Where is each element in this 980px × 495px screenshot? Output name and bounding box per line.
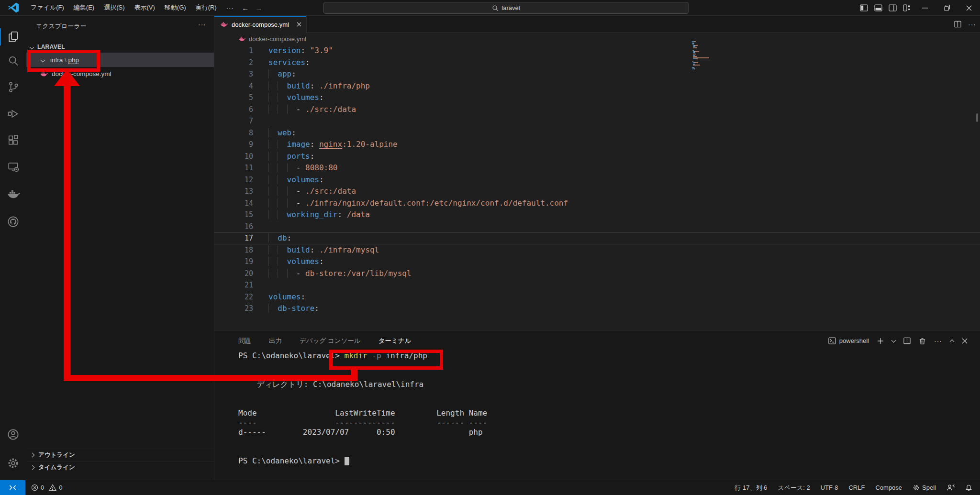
code-line-15[interactable]: 15 working_dir: /data — [214, 209, 980, 221]
menu-item-5[interactable]: 実行(R) — [191, 0, 222, 15]
code-line-2[interactable]: 2services: — [214, 57, 980, 69]
panel-tab-2[interactable]: デバッグ コンソール — [300, 337, 361, 345]
menu-item-0[interactable]: ファイル(F) — [26, 0, 69, 15]
person-feedback-icon — [947, 484, 955, 491]
docker-icon[interactable] — [0, 183, 26, 206]
code-line-20[interactable]: 20 - db-store:/var/lib/mysql — [214, 268, 980, 280]
code-line-21[interactable]: 21 — [214, 279, 980, 291]
nav-forward-button[interactable]: → — [252, 4, 266, 12]
status-bar: 0 0 行 17、列 6 スペース: 2 UTF-8 CRLF Compose … — [0, 480, 980, 495]
folder-name-prefix: infra — [50, 56, 63, 64]
breadcrumb[interactable]: docker-compose.yml — [214, 33, 980, 45]
menu-overflow-button[interactable]: ··· — [222, 4, 239, 11]
notifications-bell-icon[interactable] — [965, 484, 972, 492]
explorer-icon[interactable] — [0, 25, 26, 48]
spell-checker-item[interactable]: Spell — [913, 484, 936, 491]
problems-status-item[interactable]: 0 0 — [31, 484, 62, 491]
code-line-7[interactable]: 7 — [214, 115, 980, 127]
sidebar-section-1[interactable]: タイムライン — [26, 461, 214, 473]
encoding-item[interactable]: UTF-8 — [821, 484, 838, 491]
cursor-position-item[interactable]: 行 17、列 6 — [735, 484, 767, 492]
activity-bar — [0, 16, 26, 480]
window-close-button[interactable] — [958, 0, 980, 16]
code-line-10[interactable]: 10 ports: — [214, 151, 980, 163]
indentation-item[interactable]: スペース: 2 — [778, 484, 810, 492]
chevron-down-icon — [41, 57, 45, 62]
folder-name-sep: \ — [63, 56, 68, 64]
feedback-item[interactable] — [947, 484, 955, 491]
code-line-12[interactable]: 12 volumes: — [214, 174, 980, 186]
extensions-icon[interactable] — [0, 129, 26, 152]
menu-item-2[interactable]: 選択(S) — [99, 0, 129, 15]
code-line-23[interactable]: 23 db-store: — [214, 303, 980, 315]
tab-docker-compose[interactable]: docker-compose.yml — [214, 16, 307, 33]
code-line-16[interactable]: 16 — [214, 221, 980, 233]
split-terminal-icon[interactable] — [903, 337, 911, 344]
settings-gear-icon[interactable] — [0, 451, 26, 474]
menu-item-3[interactable]: 表示(V) — [130, 0, 160, 15]
github-icon[interactable] — [0, 210, 26, 233]
toggle-primary-sidebar-button[interactable] — [857, 0, 871, 16]
explorer-sidebar: エクスプローラー ··· LARAVEL infra \ php docker-… — [26, 16, 214, 480]
code-line-8[interactable]: 8 web: — [214, 127, 980, 139]
workspace-section-header[interactable]: LARAVEL — [26, 41, 214, 53]
code-line-22[interactable]: 22volumes: — [214, 291, 980, 303]
code-line-18[interactable]: 18 build: ./infra/mysql — [214, 244, 980, 256]
code-line-6[interactable]: 6 - ./src:/data — [214, 104, 980, 116]
code-line-1[interactable]: 1version: "3.9" — [214, 45, 980, 57]
menu-item-1[interactable]: 編集(E) — [69, 0, 99, 15]
code-line-19[interactable]: 19 volumes: — [214, 256, 980, 268]
menu-item-4[interactable]: 移動(G) — [160, 0, 191, 15]
code-line-14[interactable]: 14 - ./infra/nginx/default.conf:/etc/ngi… — [214, 198, 980, 209]
tab-close-icon[interactable] — [297, 22, 301, 27]
accounts-icon[interactable] — [0, 423, 26, 446]
code-line-4[interactable]: 4 build: ./infra/php — [214, 80, 980, 92]
toggle-panel-button[interactable] — [871, 0, 885, 16]
language-mode-item[interactable]: Compose — [875, 484, 902, 491]
toggle-secondary-sidebar-button[interactable] — [885, 0, 900, 16]
command-center-search[interactable]: laravel — [323, 2, 689, 14]
overview-ruler-mark — [976, 113, 978, 122]
window-restore-button[interactable] — [936, 0, 958, 16]
editor-more-actions-icon[interactable]: ··· — [968, 21, 976, 28]
search-view-icon[interactable] — [0, 50, 26, 73]
warnings-count: 0 — [59, 484, 62, 491]
terminal-cursor — [345, 457, 349, 465]
panel-tab-0[interactable]: 問題 — [238, 337, 251, 345]
panel-tab-1[interactable]: 出力 — [269, 337, 282, 345]
remote-explorer-icon[interactable] — [0, 155, 26, 178]
split-editor-icon[interactable] — [954, 21, 961, 28]
code-line-9[interactable]: 9 image: nginx:1.20-alpine — [214, 139, 980, 151]
minimap[interactable] — [692, 41, 734, 70]
terminal-instance-item[interactable]: powershell — [828, 337, 869, 344]
panel-more-actions-icon[interactable]: ··· — [934, 337, 942, 345]
panel-tab-3[interactable]: ターミナル — [379, 337, 412, 345]
terminal-dropdown-chevron-icon[interactable] — [891, 338, 896, 342]
code-line-17[interactable]: 17 db: — [214, 232, 980, 244]
maximize-panel-chevron-icon[interactable] — [950, 340, 955, 344]
tab-label: docker-compose.yml — [232, 21, 289, 28]
nav-back-button[interactable]: ← — [239, 4, 252, 12]
code-line-5[interactable]: 5 volumes: — [214, 92, 980, 104]
chevron-right-icon — [30, 465, 35, 470]
explorer-more-actions-icon[interactable]: ··· — [198, 21, 206, 28]
source-control-icon[interactable] — [0, 76, 26, 99]
code-line-13[interactable]: 13 - ./src:/data — [214, 186, 980, 198]
errors-count: 0 — [41, 484, 44, 491]
kill-terminal-trash-icon[interactable] — [919, 337, 926, 345]
new-terminal-icon[interactable] — [877, 338, 884, 344]
sidebar-section-0[interactable]: アウトライン — [26, 449, 214, 461]
code-line-3[interactable]: 3 app: — [214, 68, 980, 80]
tree-item-infra-php[interactable]: infra \ php — [26, 53, 214, 67]
code-area[interactable]: 1version: "3.9"2services:3 app:4 build: … — [214, 45, 980, 315]
terminal-output[interactable]: PS C:\odaneko\laravel> mkdir -p infra/ph… — [238, 351, 487, 466]
docker-file-icon — [40, 70, 48, 78]
close-panel-icon[interactable] — [962, 338, 968, 344]
customize-layout-button[interactable] — [900, 0, 914, 16]
remote-indicator[interactable] — [0, 480, 25, 495]
code-line-11[interactable]: 11 - 8080:80 — [214, 162, 980, 174]
window-minimize-button[interactable] — [914, 0, 936, 16]
eol-item[interactable]: CRLF — [848, 484, 865, 491]
tree-item-docker-compose[interactable]: docker-compose.yml — [26, 67, 214, 80]
run-and-debug-icon[interactable] — [0, 102, 26, 125]
